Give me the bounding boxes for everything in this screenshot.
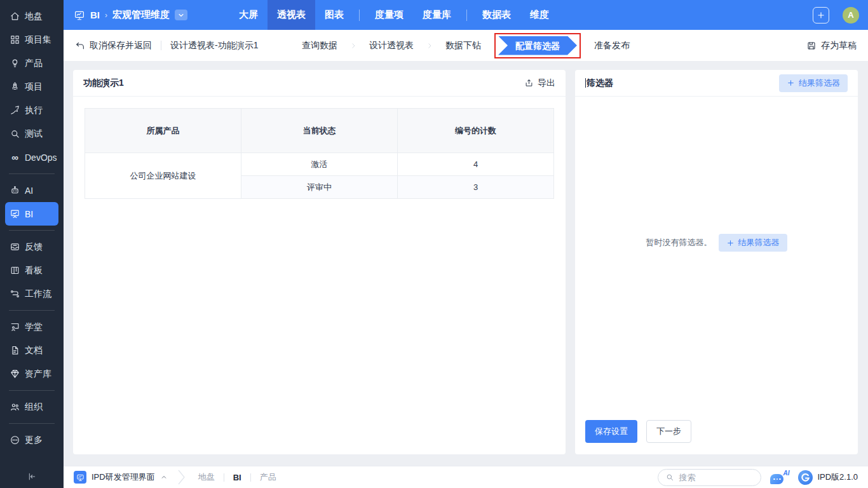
rocket-icon: [10, 81, 20, 92]
add-result-filter-label: 结果筛选器: [799, 78, 840, 89]
robot-icon: [10, 185, 20, 196]
chart-board-icon: [10, 208, 20, 219]
sidebar-item-workflow[interactable]: 工作流: [5, 282, 58, 306]
document-icon: [10, 345, 20, 356]
step-drill-down[interactable]: 数据下钻: [435, 40, 492, 51]
pivot-table-wrap: 所属产品 当前状态 编号的计数 公司企业网站建设 激活 4: [73, 97, 566, 210]
sidebar-item-document[interactable]: 文档: [5, 339, 58, 362]
breadcrumb-current[interactable]: 宏观管理维度: [112, 9, 170, 21]
sidebar-item-test[interactable]: 测试: [5, 122, 58, 146]
sidebar-item-label: 产品: [25, 58, 43, 69]
step-configure-filter-active[interactable]: 配置筛选器: [498, 36, 577, 55]
sidebar-item-label: 学堂: [25, 322, 43, 333]
sidebar-item-org[interactable]: 组织: [5, 395, 58, 419]
app-switcher[interactable]: IPD研发管理界面: [74, 471, 168, 484]
nav-measure-lib[interactable]: 度量库: [413, 0, 461, 30]
cell-count: 4: [398, 153, 554, 176]
sidebar-item-ai[interactable]: AI: [5, 179, 58, 202]
sidebar-item-more[interactable]: 更多: [5, 428, 58, 452]
sidebar-item-asset[interactable]: 资产库: [5, 362, 58, 386]
sidebar-item-feedback[interactable]: 反馈: [5, 235, 58, 259]
filter-card-header: 筛选器 结果筛选器: [575, 70, 858, 97]
search-input[interactable]: [679, 473, 754, 482]
sidebar-item-execute[interactable]: 执行: [5, 98, 58, 122]
school-icon: [10, 322, 20, 332]
nav-data-table[interactable]: 数据表: [473, 0, 520, 30]
nav-dashboard[interactable]: 大屏: [229, 0, 268, 30]
dart-icon: [10, 105, 20, 116]
add-button[interactable]: [813, 7, 829, 24]
grid-icon: [10, 34, 20, 45]
gem-icon: [10, 369, 20, 379]
sidebar-item-label: 执行: [25, 105, 43, 116]
export-icon: [524, 78, 534, 88]
cell-count: 3: [398, 176, 554, 199]
footer-crumb-bi[interactable]: BI: [233, 473, 241, 482]
pivot-toolbar: 取消保存并返回 设计透视表-功能演示1 查询数据 设计透视表 数据下钻 配置筛选…: [64, 30, 868, 62]
chevron-right-icon: [426, 42, 433, 50]
sidebar-item-devops[interactable]: ∞ DevOps: [5, 146, 58, 169]
sidebar-item-kanban[interactable]: 看板: [5, 259, 58, 282]
sidebar-item-project[interactable]: 项目: [5, 75, 58, 98]
nav-pivot-table[interactable]: 透视表: [268, 0, 315, 30]
home-icon: [10, 11, 20, 22]
save-settings-button[interactable]: 保存设置: [585, 420, 637, 443]
plus-icon: [726, 239, 735, 247]
workflow-icon: [10, 288, 20, 299]
sidebar-item-home[interactable]: 地盘: [5, 4, 58, 28]
filter-title: 筛选器: [587, 78, 613, 89]
sidebar-item-label: DevOps: [25, 152, 57, 163]
avatar[interactable]: A: [843, 7, 859, 24]
sidebar-item-bi[interactable]: BI: [5, 202, 58, 226]
sidebar-collapse-button[interactable]: [0, 471, 64, 482]
plus-icon: [787, 79, 795, 87]
col-header-count: 编号的计数: [398, 109, 554, 153]
breadcrumb-root[interactable]: BI: [90, 10, 100, 20]
top-header: BI › 宏观管理维度 大屏 透视表 图表 度量项 度量库 数据表 维度: [64, 0, 868, 30]
empty-state-text: 暂时没有筛选器。: [646, 237, 712, 248]
pivot-result-card: 功能演示1 导出 所属产品 当前状态 编号的计数: [73, 70, 566, 454]
sidebar-item-label: AI: [25, 186, 33, 196]
wizard-steps: 查询数据 设计透视表 数据下钻 配置筛选器 准备发布: [291, 33, 641, 58]
content-area: 功能演示1 导出 所属产品 当前状态 编号的计数: [64, 62, 868, 466]
nav-chart[interactable]: 图表: [315, 0, 353, 30]
sidebar-item-label: 项目: [25, 81, 43, 93]
collapse-left-icon: [27, 471, 37, 482]
footer-right: AI IPD版2.1.0: [658, 469, 858, 486]
version-badge: IPD版2.1.0: [798, 470, 858, 485]
plus-icon: [817, 11, 825, 20]
add-result-filter-button[interactable]: 结果筛选器: [779, 74, 848, 92]
sidebar-item-product[interactable]: 产品: [5, 51, 58, 75]
bi-screen-icon: [74, 10, 85, 21]
sidebar-item-project-set[interactable]: 项目集: [5, 28, 58, 51]
topbar-right: A: [813, 7, 859, 24]
footer-crumb-home[interactable]: 地盘: [198, 471, 215, 483]
people-icon: [10, 402, 20, 412]
kanban-icon: [10, 265, 20, 276]
cancel-return-label: 取消保存并返回: [90, 40, 152, 51]
annotation-highlight-box: 配置筛选器: [494, 33, 581, 58]
sidebar-divider: [9, 310, 55, 311]
sidebar-item-label: 资产库: [25, 369, 51, 380]
nav-measure-item[interactable]: 度量项: [365, 0, 413, 30]
search-box[interactable]: [658, 469, 761, 486]
nav-dimension[interactable]: 维度: [520, 0, 559, 30]
nav-divider: [359, 10, 360, 21]
footer-crumb-product[interactable]: 产品: [260, 471, 276, 483]
dimension-dropdown[interactable]: [175, 10, 187, 20]
step-prepare-publish[interactable]: 准备发布: [583, 40, 641, 51]
undo-arrow-icon: [75, 41, 85, 51]
step-query-data[interactable]: 查询数据: [291, 40, 348, 51]
next-step-button[interactable]: 下一步: [646, 420, 691, 443]
empty-add-result-filter-button[interactable]: 结果筛选器: [719, 234, 787, 252]
sidebar-item-label: 项目集: [25, 34, 51, 46]
step-design-pivot[interactable]: 设计透视表: [358, 40, 424, 51]
chevron-down-icon: [177, 11, 185, 19]
sidebar-divider: [9, 390, 55, 391]
cancel-return-button[interactable]: 取消保存并返回: [75, 40, 152, 51]
col-header-product: 所属产品: [85, 109, 241, 153]
save-draft-button[interactable]: 存为草稿: [806, 40, 857, 51]
sidebar-item-school[interactable]: 学堂: [5, 315, 58, 339]
ai-assistant-button[interactable]: AI: [770, 470, 789, 485]
export-button[interactable]: 导出: [524, 78, 555, 89]
